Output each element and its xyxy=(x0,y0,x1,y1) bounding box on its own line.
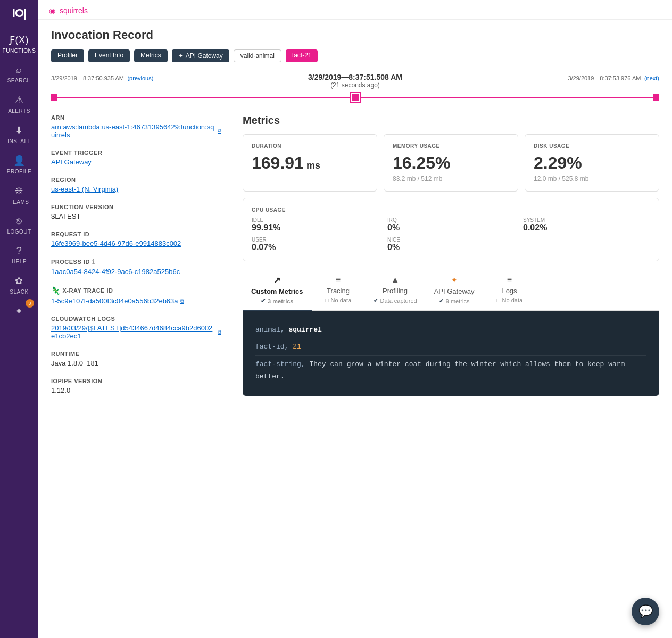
timeline: 3/29/2019—8:37:50.935 AM (previous) 3/29… xyxy=(51,73,659,102)
api-gateway-sub: ✔ 9 metrics xyxy=(439,297,470,304)
process-id-label: Process ID ℹ xyxy=(51,258,221,266)
function-version-value: $LATEST xyxy=(51,212,221,220)
runtime-label: Runtime xyxy=(51,351,221,357)
code-line-factid: fact-id, 21 xyxy=(255,338,646,355)
tabs-row: ↗ Custom Metrics ✔ 3 metrics ≡ Tracing □… xyxy=(243,270,659,311)
sidebar-label-alerts: Alerts xyxy=(8,108,30,114)
api-gateway-sub-text: 9 metrics xyxy=(446,298,470,304)
tag-metrics[interactable]: Metrics xyxy=(134,49,168,62)
api-gateway-gear-icon: ✦ xyxy=(178,52,184,60)
breadcrumb-link[interactable]: squirrels xyxy=(60,6,88,15)
xray-value[interactable]: 1-5c9e107f-da500f3c04e0a556b32eb63a ⧉ xyxy=(51,297,221,305)
timeline-center-dot xyxy=(351,93,360,102)
event-trigger-label: Event Trigger xyxy=(51,150,221,156)
process-id-section: Process ID ℹ 1aac0a54-8424-4f92-9ac6-c19… xyxy=(51,258,221,276)
function-version-label: Function Version xyxy=(51,204,221,210)
code-value-factstring: They can grow a winter coat during the w… xyxy=(255,360,625,380)
sidebar-item-profile[interactable]: 👤 Profile xyxy=(0,150,38,180)
custom-metrics-check-icon: ✔ xyxy=(261,297,266,304)
tab-logs-label: Logs xyxy=(502,287,517,295)
tags-row: Profiler Event Info Metrics ✦ API Gatewa… xyxy=(51,49,659,62)
sidebar-item-teams[interactable]: ❊ Teams xyxy=(0,180,38,210)
sidebar-item-search[interactable]: ⌕ Search xyxy=(0,59,38,89)
sidebar-label-teams: Teams xyxy=(10,199,29,205)
disk-card: Disk Usage 2.29% 12.0 mb / 525.8 mb xyxy=(525,134,659,192)
left-column: ARN arn:aws:lambda:us-east-1:46731395642… xyxy=(51,114,221,405)
request-id-label: Request ID xyxy=(51,231,221,237)
cpu-system-label: System xyxy=(523,217,650,223)
timeline-labels: 3/29/2019—8:37:50.935 AM (previous) 3/29… xyxy=(51,73,659,89)
sidebar-item-logout[interactable]: ⎋ Logout xyxy=(0,210,38,240)
search-icon: ⌕ xyxy=(16,64,22,76)
profiling-icon: ▲ xyxy=(391,275,400,285)
sidebar-logo: IO| xyxy=(12,6,26,20)
process-id-help-icon[interactable]: ℹ xyxy=(92,258,95,266)
tab-logs[interactable]: ≡ Logs □ No data xyxy=(483,270,536,311)
cpu-system-value: 0.02% xyxy=(523,223,650,233)
tab-api-gateway[interactable]: ✦ API Gateway ✔ 9 metrics xyxy=(426,270,483,311)
sidebar-item-help[interactable]: ? Help xyxy=(0,240,38,270)
sidebar-item-slack[interactable]: ✿ Slack xyxy=(0,270,38,300)
page-title: Invocation Record xyxy=(51,28,659,42)
cpu-idle-value: 99.91% xyxy=(252,223,379,233)
sidebar-item-notifications[interactable]: ✦ 3 xyxy=(0,300,38,325)
timeline-left-date: 3/29/2019—8:37:50.935 AM xyxy=(51,75,124,81)
chat-icon: 💬 xyxy=(638,604,653,618)
memory-label: Memory Usage xyxy=(393,143,509,149)
request-id-value[interactable]: 16fe3969-bee5-4d46-97d6-e9914883c002 xyxy=(51,239,221,247)
tag-event-info[interactable]: Event Info xyxy=(88,49,130,62)
sidebar-label-help: Help xyxy=(12,259,27,264)
install-icon: ⬇ xyxy=(15,125,23,136)
cpu-user: User 0.07% xyxy=(252,237,379,252)
tag-profiler[interactable]: Profiler xyxy=(51,49,84,62)
event-trigger-value[interactable]: API Gateway xyxy=(51,158,221,166)
profiling-check-icon: ✔ xyxy=(374,297,378,304)
code-line-animal: animal, squirrel xyxy=(255,321,646,338)
xray-icon: 🦎 xyxy=(51,286,61,295)
main-content: ◉ squirrels Invocation Record Profiler E… xyxy=(38,0,672,638)
timeline-left-link[interactable]: (previous) xyxy=(127,75,153,81)
cpu-irq: IRQ 0% xyxy=(387,217,515,233)
sidebar-item-functions[interactable]: ƒ(x) Functions xyxy=(0,29,38,59)
chat-button[interactable]: 💬 xyxy=(632,598,659,625)
metrics-title: Metrics xyxy=(243,114,659,127)
timeline-right-link[interactable]: (next) xyxy=(644,75,659,81)
tab-tracing[interactable]: ≡ Tracing □ No data xyxy=(312,270,365,311)
cpu-user-label: User xyxy=(252,237,379,243)
code-value-animal: squirrel xyxy=(288,326,321,334)
metrics-grid: Duration 169.91 ms Memory Usage 16.25% 8… xyxy=(243,134,659,192)
tab-custom-metrics[interactable]: ↗ Custom Metrics ✔ 3 metrics xyxy=(243,270,312,311)
sidebar-item-install[interactable]: ⬇ Install xyxy=(0,119,38,150)
timeline-bar-row xyxy=(51,93,659,102)
timeline-center-subtitle: (21 seconds ago) xyxy=(254,81,457,89)
custom-metrics-sub: ✔ 3 metrics xyxy=(261,297,293,304)
timeline-right: 3/29/2019—8:37:53.976 AM (next) xyxy=(457,73,659,82)
timeline-right-date: 3/29/2019—8:37:53.976 AM xyxy=(568,75,641,81)
tab-profiling[interactable]: ▲ Profiling ✔ Data captured xyxy=(365,270,426,311)
tag-api-gateway[interactable]: ✦ API Gateway xyxy=(172,49,229,62)
runtime-value: Java 1.8.0_181 xyxy=(51,359,221,367)
custom-metrics-count: 3 metrics xyxy=(268,298,293,304)
tag-fact-21[interactable]: fact-21 xyxy=(286,49,318,62)
process-id-value[interactable]: 1aac0a54-8424-4f92-9ac6-c1982a525b6c xyxy=(51,268,221,276)
iopipe-value: 1.12.0 xyxy=(51,386,221,394)
api-gateway-tab-icon: ✦ xyxy=(451,275,458,285)
notifications-badge: 3 xyxy=(26,299,34,308)
logs-no-data-icon: □ xyxy=(496,297,500,303)
api-gateway-check-icon: ✔ xyxy=(439,297,444,304)
cpu-irq-label: IRQ xyxy=(387,217,515,223)
tag-valid-animal[interactable]: valid-animal xyxy=(234,49,281,62)
region-value[interactable]: us-east-1 (N. Virginia) xyxy=(51,185,221,193)
content-area: Invocation Record Profiler Event Info Me… xyxy=(38,20,672,413)
sidebar-item-alerts[interactable]: ⚠ Alerts xyxy=(0,89,38,119)
arn-value[interactable]: arn:aws:lambda:us-east-1:467313956429:fu… xyxy=(51,123,221,139)
timeline-bar-right xyxy=(360,97,653,98)
cloudwatch-value[interactable]: 2019/03/29/[$LATEST]d5434667d4684cca9b2d… xyxy=(51,324,221,340)
duration-unit: ms xyxy=(304,160,320,171)
xray-label: 🦎 X-Ray Trace ID xyxy=(51,286,221,295)
arn-external-icon: ⧉ xyxy=(218,128,221,134)
request-id-section: Request ID 16fe3969-bee5-4d46-97d6-e9914… xyxy=(51,231,221,247)
teams-icon: ❊ xyxy=(15,185,23,197)
tag-api-gateway-label: API Gateway xyxy=(186,52,223,60)
memory-card: Memory Usage 16.25% 83.2 mb / 512 mb xyxy=(384,134,518,192)
